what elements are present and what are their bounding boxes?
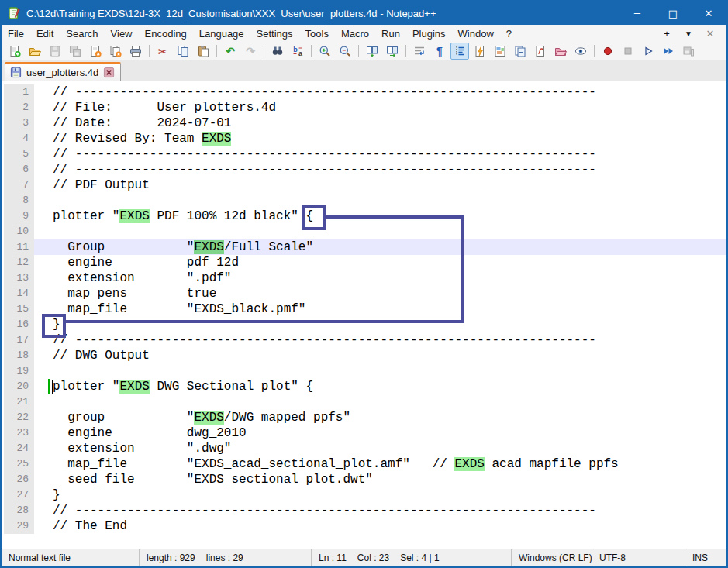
- menu-window[interactable]: Window: [452, 26, 500, 41]
- close-button[interactable]: ✕: [691, 2, 726, 25]
- code-text[interactable]: [53, 224, 726, 239]
- menu-plugins[interactable]: Plugins: [406, 26, 452, 41]
- menu-macro[interactable]: Macro: [335, 26, 375, 41]
- code-text[interactable]: plotter "EXDS PDF 100% 12d black" {: [53, 208, 726, 224]
- code-text[interactable]: // -------------------------------------…: [53, 146, 726, 162]
- code-text[interactable]: // -------------------------------------…: [53, 162, 726, 177]
- code-text[interactable]: // -------------------------------------…: [53, 503, 726, 518]
- code-text[interactable]: plotter "EXDS DWG Sectional plot" {: [53, 379, 726, 394]
- close-tab-icon[interactable]: ✕: [702, 28, 719, 40]
- menu-search[interactable]: Search: [60, 26, 104, 41]
- code-line-23[interactable]: 23 engine dwg_2010: [2, 425, 726, 441]
- code-line-21[interactable]: 21: [2, 394, 726, 410]
- code-line-17[interactable]: 17// -----------------------------------…: [2, 332, 726, 348]
- tab-list-icon[interactable]: ▼: [680, 29, 697, 38]
- code-line-22[interactable]: 22 group "EXDS/DWG mapped ppfs": [2, 410, 726, 425]
- code-text[interactable]: // Date: 2024-07-01: [53, 115, 726, 131]
- code-line-5[interactable]: 5// ------------------------------------…: [2, 146, 726, 162]
- code-text[interactable]: // The End: [53, 518, 726, 534]
- menu-file[interactable]: File: [2, 26, 30, 41]
- undo-icon[interactable]: ↶: [221, 43, 240, 60]
- code-text[interactable]: map_pens true: [53, 286, 726, 301]
- status-insert-mode[interactable]: INS: [692, 553, 708, 563]
- code-text[interactable]: extension ".dwg": [53, 441, 726, 456]
- zoom-out-icon[interactable]: [336, 43, 354, 60]
- code-text[interactable]: map_file "EXDS_acad_sectional_plot.amf" …: [53, 456, 726, 472]
- find-icon[interactable]: [268, 43, 287, 60]
- code-line-4[interactable]: 4// Revised By: Team EXDS: [2, 131, 726, 146]
- code-line-9[interactable]: 9plotter "EXDS PDF 100% 12d black" {: [2, 208, 726, 224]
- code-text[interactable]: seed_file "EXDS_sectional_plot.dwt": [53, 472, 726, 487]
- status-eol-format[interactable]: Windows (CR LF): [519, 553, 592, 563]
- code-text[interactable]: [53, 394, 726, 410]
- cut-icon[interactable]: ✂: [154, 43, 172, 60]
- editor[interactable]: 1// ------------------------------------…: [2, 81, 726, 549]
- maximize-button[interactable]: □: [655, 2, 691, 25]
- code-line-26[interactable]: 26 seed_file "EXDS_sectional_plot.dwt": [2, 472, 726, 487]
- document-switcher-icon[interactable]: [511, 43, 530, 60]
- minimize-button[interactable]: ─: [619, 2, 655, 25]
- indent-guide-icon[interactable]: [450, 43, 469, 60]
- code-line-3[interactable]: 3// Date: 2024-07-01: [2, 115, 726, 131]
- document-map-icon[interactable]: [491, 43, 509, 60]
- copy-icon[interactable]: [174, 43, 192, 60]
- code-text[interactable]: map_file "EXDS_black.pmf": [53, 301, 726, 317]
- code-line-28[interactable]: 28// -----------------------------------…: [2, 503, 726, 518]
- code-line-27[interactable]: 27}: [2, 487, 726, 503]
- code-text[interactable]: extension ".pdf": [53, 270, 726, 286]
- function-list-icon[interactable]: [531, 43, 550, 60]
- code-text[interactable]: // File: User_plotters.4d: [53, 100, 726, 115]
- status-encoding[interactable]: UTF-8: [599, 553, 626, 563]
- code-text[interactable]: Group "EXDS/Full Scale": [53, 239, 726, 255]
- code-line-20[interactable]: 20plotter "EXDS DWG Sectional plot" {: [2, 379, 726, 394]
- code-text[interactable]: // PDF Output: [53, 177, 726, 193]
- close-all-icon[interactable]: [106, 43, 125, 60]
- menu-view[interactable]: View: [105, 26, 139, 41]
- code-line-18[interactable]: 18// DWG Output: [2, 348, 726, 363]
- tab-close-icon[interactable]: [103, 67, 115, 78]
- menu-run[interactable]: Run: [375, 26, 406, 41]
- print-icon[interactable]: [126, 43, 145, 60]
- menu-settings[interactable]: Settings: [250, 26, 299, 41]
- monitoring-icon[interactable]: [571, 43, 590, 60]
- code-line-1[interactable]: 1// ------------------------------------…: [2, 84, 726, 100]
- replace-icon[interactable]: ba: [288, 43, 307, 60]
- close-icon[interactable]: [86, 43, 105, 60]
- code-line-8[interactable]: 8: [2, 193, 726, 208]
- code-text[interactable]: }: [53, 487, 726, 503]
- code-text[interactable]: group "EXDS/DWG mapped ppfs": [53, 410, 726, 425]
- code-line-29[interactable]: 29// The End: [2, 518, 726, 534]
- folder-as-workspace-icon[interactable]: [551, 43, 570, 60]
- macro-play-icon[interactable]: [639, 43, 657, 60]
- code-line-2[interactable]: 2// File: User_plotters.4d: [2, 100, 726, 115]
- code-line-10[interactable]: 10: [2, 224, 726, 239]
- code-text[interactable]: engine pdf_12d: [53, 255, 726, 270]
- code-line-12[interactable]: 12 engine pdf_12d: [2, 255, 726, 270]
- paste-icon[interactable]: [194, 43, 212, 60]
- code-line-24[interactable]: 24 extension ".dwg": [2, 441, 726, 456]
- new-tab-icon[interactable]: +: [658, 28, 675, 40]
- code-line-11[interactable]: 11 Group "EXDS/Full Scale": [2, 239, 726, 255]
- tab-user-plotters[interactable]: user_plotters.4d: [5, 62, 121, 81]
- code-line-6[interactable]: 6// ------------------------------------…: [2, 162, 726, 177]
- zoom-in-icon[interactable]: [316, 43, 334, 60]
- code-text[interactable]: engine dwg_2010: [53, 425, 726, 441]
- code-text[interactable]: [53, 363, 726, 379]
- code-text[interactable]: // -------------------------------------…: [53, 84, 726, 100]
- code-line-25[interactable]: 25 map_file "EXDS_acad_sectional_plot.am…: [2, 456, 726, 472]
- macro-record-icon[interactable]: [599, 43, 617, 60]
- code-line-7[interactable]: 7// PDF Output: [2, 177, 726, 193]
- code-line-19[interactable]: 19: [2, 363, 726, 379]
- user-defined-language-icon[interactable]: [471, 43, 489, 60]
- code-line-14[interactable]: 14 map_pens true: [2, 286, 726, 301]
- code-line-16[interactable]: 16}: [2, 317, 726, 332]
- menu-encoding[interactable]: Encoding: [139, 26, 193, 41]
- code-text[interactable]: [53, 193, 726, 208]
- code-text[interactable]: // DWG Output: [53, 348, 726, 363]
- menu-language[interactable]: Language: [193, 26, 250, 41]
- new-file-icon[interactable]: [5, 43, 24, 60]
- code-text[interactable]: }: [53, 317, 726, 332]
- menu-tools[interactable]: Tools: [299, 26, 335, 41]
- open-file-icon[interactable]: [26, 43, 44, 60]
- macro-run-multiple-icon[interactable]: [659, 43, 678, 60]
